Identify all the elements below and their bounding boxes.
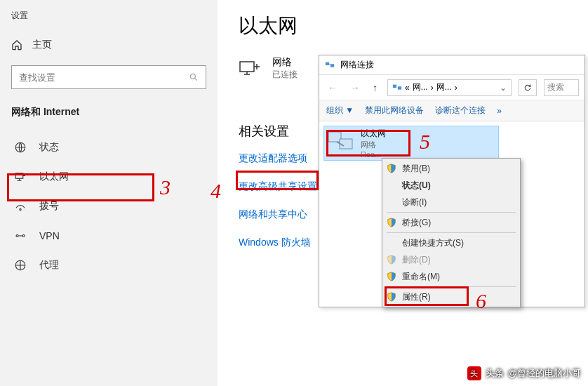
toolbar-more[interactable]: » [497, 106, 502, 116]
home-button[interactable]: 主页 [11, 39, 206, 51]
svg-rect-7 [240, 62, 254, 72]
nav-label: 以太网 [39, 171, 69, 183]
search-field[interactable] [19, 72, 189, 83]
toolbar-disable[interactable]: 禁用此网络设备 [365, 105, 424, 117]
ctx-delete: 删除(D) [384, 251, 519, 268]
ctx-diagnose[interactable]: 诊断(I) [384, 194, 519, 211]
svg-rect-12 [328, 132, 341, 142]
ctx-label: 桥接(G) [402, 217, 431, 229]
nc-address-bar: ← → ↑ « 网... › 网... › ⌄ 搜索 [319, 75, 584, 100]
adapter-ethernet[interactable]: 以太网 网络 Rea... [323, 126, 499, 161]
sidebar-item-vpn[interactable]: VPN [11, 221, 206, 251]
sidebar-item-dialup[interactable]: 拨号 [11, 192, 206, 221]
shield-icon [387, 255, 396, 265]
nc-title-text: 网络连接 [340, 59, 374, 71]
watermark-author: @曾经的电脑小哥 [508, 367, 581, 380]
nc-titlebar[interactable]: 网络连接 [319, 55, 584, 75]
ctx-label: 状态(U) [402, 180, 431, 192]
nav-label: 状态 [39, 141, 59, 154]
svg-rect-8 [326, 62, 329, 65]
sidebar-item-proxy[interactable]: 代理 [11, 251, 206, 280]
adapter-name: 以太网 [361, 128, 386, 140]
nc-toolbar: 组织 ▼ 禁用此网络设备 诊断这个连接 » [319, 100, 584, 121]
shield-icon [387, 164, 396, 173]
adapter-icon [327, 129, 355, 154]
window-title: 设置 [11, 10, 206, 22]
page-title: 以太网 [239, 13, 588, 39]
forward-button[interactable]: → [347, 82, 363, 93]
refresh-button[interactable] [519, 79, 537, 96]
ctx-label: 禁用(B) [402, 163, 430, 175]
toolbar-organize[interactable]: 组织 ▼ [326, 105, 354, 117]
home-icon [11, 39, 22, 51]
ctx-label: 删除(D) [402, 254, 431, 266]
up-button[interactable]: ↑ [370, 82, 380, 93]
proxy-icon [14, 259, 27, 272]
nav-label: VPN [39, 230, 60, 241]
nc-search[interactable]: 搜索 [544, 79, 579, 96]
watermark: 头 头条 @曾经的电脑小哥 [467, 366, 581, 380]
settings-sidebar: 设置 主页 网络和 Internet 状态 以太网 拨号 VPN 代理 [0, 0, 218, 386]
adapter-status: 已连接 [272, 69, 298, 81]
ctx-shortcut[interactable]: 创建快捷方式(S) [384, 234, 519, 251]
svg-rect-2 [15, 173, 23, 179]
shield-icon [387, 272, 396, 281]
watermark-prefix: 头条 [486, 367, 504, 380]
chevron-down-icon[interactable]: ⌄ [500, 83, 507, 93]
sidebar-item-status[interactable]: 状态 [11, 133, 206, 162]
globe-icon [14, 141, 27, 154]
category-heading: 网络和 Internet [11, 106, 206, 119]
crumb-1: 网... [413, 81, 428, 93]
back-button[interactable]: ← [325, 82, 340, 93]
nav-label: 代理 [39, 259, 59, 272]
sidebar-item-ethernet[interactable]: 以太网 [11, 162, 206, 192]
dialup-icon [14, 200, 27, 213]
ctx-bridge[interactable]: 桥接(G) [384, 214, 519, 231]
shield-icon [387, 292, 396, 302]
watermark-logo: 头 [467, 366, 481, 380]
ethernet-icon [14, 171, 27, 183]
ctx-status[interactable]: 状态(U) [384, 177, 519, 194]
svg-point-5 [22, 235, 25, 237]
shield-icon [387, 218, 396, 227]
nav-label: 拨号 [39, 200, 59, 213]
nc-icon [325, 60, 335, 70]
ctx-label: 重命名(M) [402, 271, 440, 283]
nc-search-hint: 搜索 [547, 81, 564, 93]
svg-rect-10 [393, 84, 396, 87]
context-menu: 禁用(B) 状态(U) 诊断(I) 桥接(G) 创建快捷方式(S) 删除(D) … [382, 158, 521, 307]
ctx-properties[interactable]: 属性(R) [384, 288, 519, 305]
ctx-disable[interactable]: 禁用(B) [384, 160, 519, 177]
svg-point-3 [20, 208, 21, 210]
crumb-2: 网... [436, 81, 452, 93]
ctx-label: 创建快捷方式(S) [402, 237, 464, 249]
breadcrumb[interactable]: « 网... › 网... › ⌄ [387, 79, 512, 96]
svg-rect-9 [330, 64, 334, 67]
svg-rect-11 [398, 86, 401, 89]
ctx-separator [387, 212, 516, 213]
ctx-separator [387, 286, 516, 287]
vpn-icon [14, 229, 27, 242]
ctx-label: 属性(R) [402, 291, 431, 303]
svg-point-4 [16, 235, 18, 237]
home-label: 主页 [32, 39, 52, 51]
refresh-icon [523, 84, 532, 92]
toolbar-diagnose[interactable]: 诊断这个连接 [435, 105, 486, 117]
ctx-separator [387, 232, 516, 233]
nc-path-icon [392, 83, 402, 93]
search-input[interactable] [11, 65, 206, 89]
adapter-name: 网络 [272, 56, 298, 69]
ctx-label: 诊断(I) [402, 197, 427, 208]
monitor-icon [239, 60, 261, 77]
svg-point-0 [190, 74, 195, 79]
ctx-rename[interactable]: 重命名(M) [384, 268, 519, 285]
search-icon [189, 72, 199, 82]
adapter-net: 网络 [361, 140, 386, 150]
